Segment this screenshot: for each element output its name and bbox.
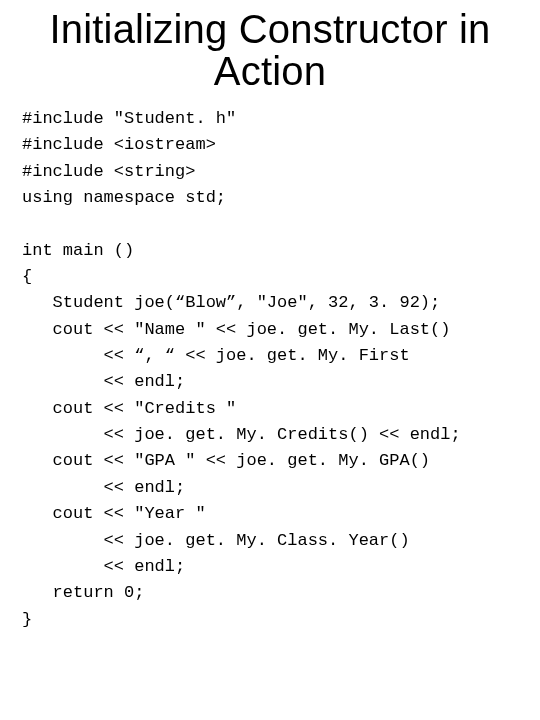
slide: Initializing Constructor in Action #incl… [0, 0, 540, 720]
code-block: #include "Student. h" #include <iostream… [22, 106, 518, 633]
slide-title: Initializing Constructor in Action [22, 8, 518, 92]
